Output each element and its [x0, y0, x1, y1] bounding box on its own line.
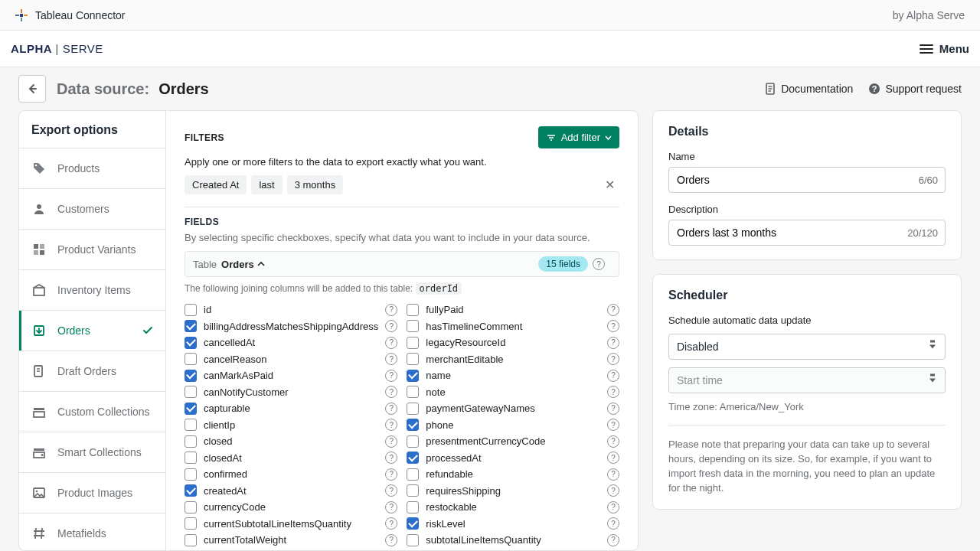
help-icon[interactable]: ? [385, 468, 397, 481]
field-checkbox[interactable] [185, 386, 197, 398]
help-icon[interactable]: ? [385, 419, 397, 431]
help-icon[interactable]: ? [385, 484, 397, 497]
documentation-link[interactable]: Documentation [764, 83, 853, 95]
help-icon[interactable]: ? [385, 452, 397, 464]
field-checkbox[interactable] [185, 403, 197, 415]
help-icon[interactable]: ? [385, 337, 397, 349]
sidebar-item-product-images[interactable]: Product Images [19, 473, 165, 514]
svg-point-27 [41, 454, 44, 456]
sidebar-item-smart-collections[interactable]: Smart Collections [19, 432, 165, 473]
sidebar-item-label: Product Images [57, 487, 132, 499]
sidebar-item-product-variants[interactable]: Product Variants [19, 230, 165, 270]
field-checkbox[interactable] [185, 320, 197, 332]
help-icon[interactable]: ? [385, 370, 397, 382]
help-icon[interactable]: ? [385, 435, 397, 448]
field-checkbox[interactable] [407, 403, 419, 415]
field-checkbox[interactable] [185, 452, 197, 464]
help-icon[interactable]: ? [607, 304, 619, 316]
menu-button[interactable]: Menu [920, 42, 969, 55]
field-checkbox[interactable] [407, 452, 419, 464]
add-filter-button[interactable]: Add filter [538, 126, 619, 148]
help-icon[interactable]: ? [607, 403, 619, 415]
support-link[interactable]: ? Support request [868, 83, 962, 95]
help-icon[interactable]: ? [593, 258, 605, 270]
name-input[interactable] [668, 167, 946, 193]
field-label: currentTotalWeight [204, 534, 378, 546]
sidebar-item-custom-collections[interactable]: Custom Collections [19, 392, 165, 432]
field-checkbox[interactable] [185, 534, 197, 546]
svg-rect-18 [34, 288, 44, 295]
help-icon[interactable]: ? [385, 517, 397, 530]
help-icon[interactable]: ? [385, 320, 397, 332]
svg-text:?: ? [872, 84, 877, 93]
field-checkbox[interactable] [407, 419, 419, 431]
field-checkbox[interactable] [185, 501, 197, 514]
name-label: Name [668, 151, 946, 162]
scheduler-mode-select[interactable]: Disabled [668, 334, 946, 360]
svg-line-31 [41, 528, 42, 539]
help-icon[interactable]: ? [385, 501, 397, 514]
filter-chip[interactable]: 3 months [287, 175, 343, 194]
help-icon[interactable]: ? [607, 534, 619, 546]
help-icon[interactable]: ? [607, 501, 619, 514]
sidebar-item-customers[interactable]: Customers [19, 189, 165, 230]
help-icon[interactable]: ? [607, 337, 619, 349]
sidebar-item-draft-orders[interactable]: Draft Orders [19, 351, 165, 392]
field-checkbox[interactable] [407, 353, 419, 365]
filter-chip[interactable]: Created At [185, 175, 247, 194]
help-icon[interactable]: ? [385, 353, 397, 365]
field-checkbox[interactable] [407, 370, 419, 382]
sidebar-item-products[interactable]: Products [19, 148, 165, 189]
field-checkbox[interactable] [185, 484, 197, 497]
svg-rect-1 [21, 18, 22, 21]
sidebar-item-orders[interactable]: Orders [19, 311, 165, 351]
field-checkbox[interactable] [185, 435, 197, 448]
field-checkbox[interactable] [185, 337, 197, 349]
field-checkbox[interactable] [185, 370, 197, 382]
sidebar-item-metafields[interactable]: Metafields [19, 514, 165, 550]
help-icon: ? [868, 83, 880, 95]
field-checkbox[interactable] [407, 501, 419, 514]
field-label: canMarkAsPaid [204, 370, 378, 381]
help-icon[interactable]: ? [607, 484, 619, 497]
field-checkbox[interactable] [407, 534, 419, 546]
field-checkbox[interactable] [185, 517, 197, 530]
field-checkbox[interactable] [407, 435, 419, 448]
description-input[interactable] [668, 220, 946, 246]
field-label: note [426, 386, 600, 398]
back-button[interactable] [18, 75, 46, 103]
help-icon[interactable]: ? [607, 452, 619, 464]
help-icon[interactable]: ? [385, 403, 397, 415]
help-icon[interactable]: ? [385, 534, 397, 546]
remove-filter-button[interactable]: ✕ [600, 178, 619, 192]
help-icon[interactable]: ? [607, 435, 619, 448]
help-icon[interactable]: ? [607, 353, 619, 365]
field-checkbox[interactable] [185, 304, 197, 316]
help-icon[interactable]: ? [607, 419, 619, 431]
field-checkbox[interactable] [407, 517, 419, 530]
help-icon[interactable]: ? [607, 320, 619, 332]
help-icon[interactable]: ? [607, 517, 619, 530]
field-checkbox[interactable] [407, 386, 419, 398]
field-checkbox[interactable] [407, 484, 419, 497]
help-icon[interactable]: ? [385, 386, 397, 398]
filter-chip[interactable]: last [251, 175, 282, 194]
field-checkbox[interactable] [407, 468, 419, 481]
help-icon[interactable]: ? [607, 386, 619, 398]
help-icon[interactable]: ? [607, 468, 619, 481]
help-icon[interactable]: ? [385, 304, 397, 316]
field-checkbox[interactable] [407, 304, 419, 316]
svg-rect-17 [40, 250, 44, 255]
caret-down-icon [605, 135, 612, 140]
table-selector[interactable]: Table Orders 15 fields ? [185, 251, 619, 277]
field-checkbox[interactable] [407, 320, 419, 332]
field-item: capturable? [185, 400, 397, 417]
help-icon[interactable]: ? [607, 370, 619, 382]
sidebar-item-inventory-items[interactable]: Inventory Items [19, 270, 165, 311]
variant-icon [31, 242, 47, 257]
field-checkbox[interactable] [185, 468, 197, 481]
field-checkbox[interactable] [185, 353, 197, 365]
field-checkbox[interactable] [185, 419, 197, 431]
field-item: currentSubtotalLineItemsQuantity? [185, 516, 397, 533]
field-checkbox[interactable] [407, 337, 419, 349]
